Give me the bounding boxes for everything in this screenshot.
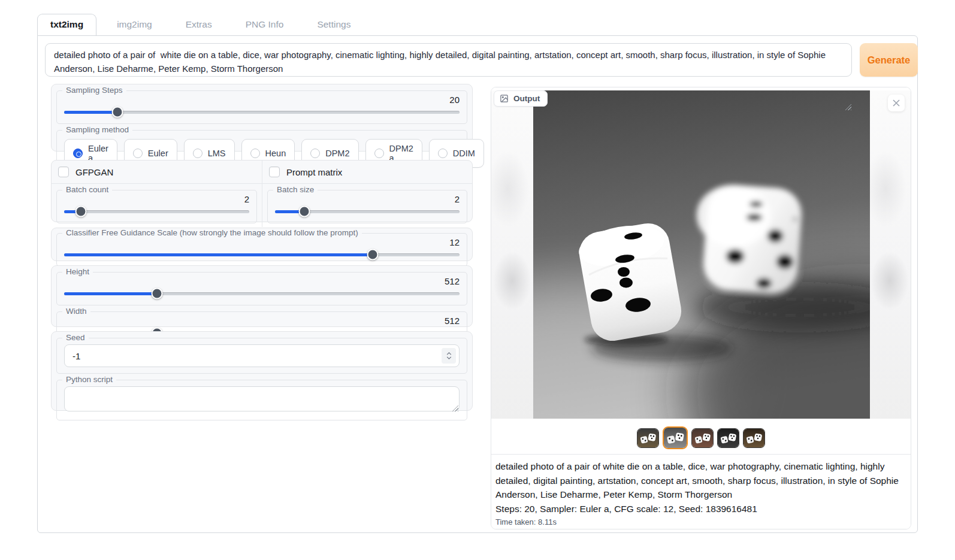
sampling-steps-value: 20 [64, 95, 460, 105]
tab-bar: txt2img img2img Extras PNG Info Settings [37, 14, 364, 35]
radio-option-label: Heun [265, 149, 286, 158]
cfg-scale-slider[interactable] [64, 249, 460, 260]
radio-option-label: DPM2 [325, 149, 349, 158]
cfg-scale-label: Classifier Free Guidance Scale (how stro… [62, 228, 362, 237]
batch-size-slider[interactable] [275, 206, 460, 217]
python-script-label: Python script [62, 375, 116, 384]
tab-png-info[interactable]: PNG Info [232, 14, 297, 35]
thumbnail-4[interactable] [717, 428, 739, 448]
seed-script-group: Seed Python script [51, 331, 473, 411]
height-label: Height [62, 267, 93, 276]
dimensions-group: Height 512 Width 512 [51, 265, 473, 327]
gfpgan-row: GFPGAN [52, 161, 262, 184]
radio-option-label: Euler [148, 149, 168, 158]
height-group: Height 512 [56, 272, 467, 305]
sampling-group: Sampling Steps 20 Sampling method Euler … [51, 84, 473, 152]
batch-count-value: 2 [64, 194, 249, 205]
output-label: Output [513, 94, 540, 103]
slider-thumb[interactable] [299, 206, 310, 217]
slider-fill [64, 111, 117, 114]
gfpgan-checkbox[interactable] [58, 167, 69, 177]
batch-size-label: Batch size [273, 185, 318, 194]
gallery-blur-right [869, 90, 911, 419]
close-gallery-button[interactable] [888, 95, 905, 111]
sampling-steps-label: Sampling Steps [62, 86, 126, 95]
prompt-matrix-row: Prompt matrix [262, 161, 472, 184]
sampling-method-label: Sampling method [62, 125, 132, 134]
prompt-input[interactable]: detailed photo of a pair of white die on… [45, 43, 852, 77]
gfpgan-column: GFPGAN Batch count 2 [52, 161, 262, 227]
batch-count-label: Batch count [62, 185, 112, 194]
slider-thumb[interactable] [367, 249, 378, 261]
tab-txt2img[interactable]: txt2img [37, 14, 96, 35]
sampling-steps-group: Sampling Steps 20 [56, 90, 467, 124]
output-gallery: Output [491, 87, 911, 454]
radio-circle-icon [438, 149, 448, 158]
chevron-down-icon [446, 356, 452, 359]
radio-circle-icon [193, 149, 203, 158]
width-label: Width [62, 307, 90, 316]
width-value: 512 [64, 316, 460, 326]
output-panel: Output detailed photo of a pair of white… [491, 87, 911, 529]
generated-image[interactable] [533, 90, 870, 419]
batch-count-slider[interactable] [64, 206, 249, 217]
thumbnail-5[interactable] [743, 428, 765, 448]
gallery-blur-left [491, 90, 533, 419]
thumbnail-1[interactable] [637, 428, 659, 448]
caption-prompt: detailed photo of a pair of white die on… [495, 459, 906, 502]
radio-circle-icon [374, 149, 384, 158]
thumbnail-3[interactable] [691, 428, 714, 448]
tab-extras[interactable]: Extras [173, 14, 225, 35]
python-script-group: Python script [56, 380, 467, 420]
radio-circle-icon [310, 149, 320, 158]
batch-count-group: Batch count 2 [56, 190, 257, 223]
cfg-scale-group: Classifier Free Guidance Scale (how stro… [56, 233, 467, 267]
batch-size-group: Batch size 2 [267, 190, 467, 223]
slider-thumb[interactable] [75, 206, 86, 217]
height-slider[interactable] [64, 288, 460, 299]
generation-info: detailed photo of a pair of white die on… [491, 454, 911, 529]
batch-options-group: GFPGAN Batch count 2 Prompt matrix [51, 160, 473, 222]
txt2img-panel: detailed photo of a pair of white die on… [37, 35, 918, 533]
app-page: txt2img img2img Extras PNG Info Settings… [0, 0, 955, 560]
caption-params: Steps: 20, Sampler: Euler a, CFG scale: … [495, 502, 906, 516]
slider-track[interactable] [64, 210, 249, 213]
cfg-scale-value: 12 [64, 237, 460, 248]
close-icon [893, 99, 900, 107]
thumbnail-2[interactable] [663, 426, 688, 449]
tab-settings[interactable]: Settings [304, 14, 364, 35]
generate-button[interactable]: Generate [860, 43, 918, 77]
tab-img2img[interactable]: img2img [104, 14, 165, 35]
prompt-matrix-column: Prompt matrix Batch size 2 [262, 161, 472, 227]
radio-circle-icon [250, 149, 260, 158]
slider-thumb[interactable] [112, 107, 123, 118]
prompt-matrix-label: Prompt matrix [286, 167, 342, 177]
slider-fill [64, 253, 373, 256]
seed-group: Seed [56, 338, 467, 374]
radio-option-label: DDIM [453, 149, 475, 158]
radio-option-label: LMS [208, 149, 226, 158]
seed-input[interactable] [64, 344, 460, 367]
output-label-chip: Output [494, 90, 548, 107]
slider-thumb[interactable] [152, 288, 163, 299]
radio-circle-icon [73, 149, 83, 158]
thumbnail-strip [491, 426, 911, 449]
gfpgan-label: GFPGAN [75, 167, 113, 177]
slider-track[interactable] [64, 111, 460, 114]
slider-fill [64, 292, 157, 295]
sampling-steps-slider[interactable] [64, 107, 460, 117]
cfg-group: Classifier Free Guidance Scale (how stro… [51, 228, 473, 261]
radio-circle-icon [133, 149, 143, 158]
image-icon [500, 94, 509, 103]
batch-size-value: 2 [275, 194, 460, 205]
caption-time-taken: Time taken: 8.11s [495, 517, 906, 526]
python-script-input[interactable] [64, 386, 460, 411]
prompt-matrix-checkbox[interactable] [269, 167, 280, 177]
chevron-up-icon [446, 352, 452, 355]
height-value: 512 [64, 276, 460, 287]
seed-stepper[interactable] [442, 348, 456, 364]
seed-label: Seed [62, 333, 89, 342]
